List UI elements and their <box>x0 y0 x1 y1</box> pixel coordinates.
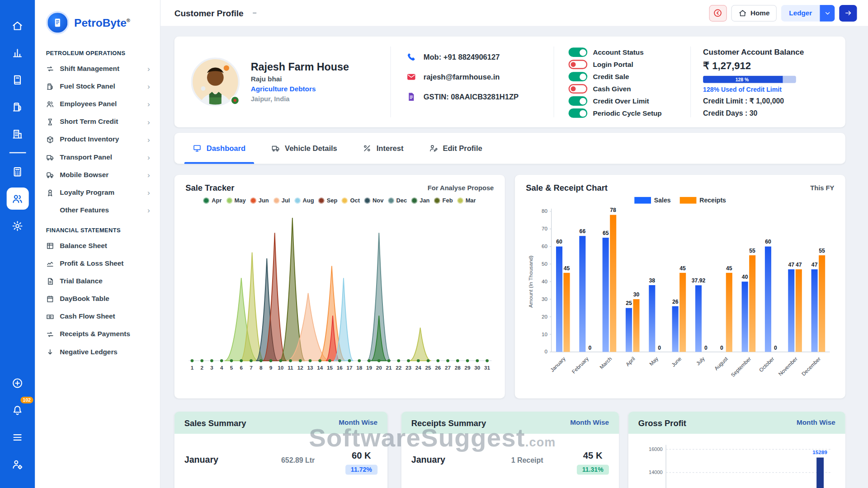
sidebar-item-receipts-payments[interactable]: Receipts & Payments <box>35 325 160 343</box>
toggle-row-account-status: Account Status <box>569 47 690 57</box>
home-button[interactable]: Home <box>731 5 777 21</box>
chevron-right-icon: › <box>147 100 150 108</box>
rail-analytics-icon[interactable] <box>6 42 28 64</box>
ledger-split-button[interactable]: Ledger <box>781 5 835 21</box>
receipts-summary-percent-badge: 11.31% <box>576 465 609 475</box>
rail-bell-icon[interactable]: 102 <box>6 399 28 421</box>
tab-label: Interest <box>377 144 404 152</box>
svg-text:January: January <box>549 356 566 373</box>
toggle-row-periodic-cycle-setup: Periodic Cycle Setup <box>569 108 690 118</box>
back-button[interactable] <box>709 5 726 21</box>
ledger-button[interactable]: Ledger <box>781 5 820 21</box>
chevron-right-icon: › <box>147 136 150 143</box>
rail-customers-icon[interactable] <box>6 188 28 210</box>
chevron-right-icon: › <box>147 65 150 72</box>
contact-text: GSTIN: 08AAICB3281H1ZP <box>424 93 519 101</box>
svg-text:February: February <box>571 356 590 375</box>
sidebar-item-cash-flow-sheet[interactable]: Cash Flow Sheet <box>35 308 160 325</box>
toggle-login-portal[interactable] <box>569 60 588 69</box>
sidebar-item-label: Short Term Credit <box>60 118 118 126</box>
rail-home-icon[interactable] <box>6 14 28 37</box>
svg-text:17: 17 <box>347 365 353 371</box>
tab-edit-profile[interactable]: Edit Profile <box>420 133 491 164</box>
sidebar-item-other-features[interactable]: Other Features› <box>35 202 160 219</box>
svg-text:8: 8 <box>259 365 263 371</box>
rail-ledger-book-icon[interactable] <box>6 69 28 91</box>
svg-text:47: 47 <box>796 262 802 268</box>
legend-dot <box>411 197 417 203</box>
home-icon <box>12 19 24 31</box>
tab-dashboard[interactable]: Dashboard <box>184 133 254 164</box>
svg-text:50: 50 <box>542 261 547 267</box>
svg-text:45: 45 <box>564 265 570 272</box>
sale-tracker-card: Sale Tracker For Analyse Propose AprMayJ… <box>175 175 505 399</box>
legend-dot <box>250 197 256 203</box>
svg-text:0: 0 <box>545 348 548 354</box>
brand-label: PetroByte <box>74 16 127 28</box>
tab-vehicle-details[interactable]: Vehicle Details <box>263 133 345 164</box>
customer-group-link[interactable]: Agriculture Debtors <box>251 85 349 93</box>
rail-fuel-pump-icon[interactable] <box>6 96 28 118</box>
balance-amount: ₹ 1,27,912 <box>703 60 845 72</box>
rail-calculator-icon[interactable] <box>6 160 28 183</box>
rail-menu-list-icon[interactable] <box>6 426 28 448</box>
legend-item-sep: Sep <box>318 197 337 204</box>
svg-text:10: 10 <box>542 331 547 337</box>
ledger-dropdown-button[interactable] <box>820 5 835 21</box>
sidebar-section-title: FINANCIAL STATEMENTS <box>35 219 160 237</box>
tab-interest[interactable]: Interest <box>354 133 412 164</box>
menu-list-icon <box>12 431 24 443</box>
toggle-cash-given[interactable] <box>569 84 588 94</box>
svg-text:15: 15 <box>327 365 333 371</box>
rail-building-icon[interactable] <box>6 123 28 145</box>
sidebar-item-label: Mobile Bowser <box>60 171 108 178</box>
sidebar-item-negative-ledgers[interactable]: Negative Ledgers <box>35 343 160 361</box>
toggle-credit-sale[interactable] <box>569 72 588 81</box>
rail-mid-group <box>6 160 28 242</box>
sidebar-item-balance-sheet[interactable]: Balance Sheet <box>35 237 160 254</box>
svg-text:15289: 15289 <box>812 449 827 455</box>
sidebar-item-product-inventory[interactable]: Product Inventory› <box>35 131 160 148</box>
receipts-summary-body: January 1 Receipt 45 K 11.31% <box>401 434 619 475</box>
receipts-summary-title: Receipts Summary <box>411 418 486 427</box>
toggle-account-status[interactable] <box>569 47 588 57</box>
sidebar-item-profit-loss-sheet[interactable]: Profit & Loss Sheet <box>35 254 160 272</box>
rail-top-group <box>6 14 28 150</box>
sidebar-item-trial-balance[interactable]: Trial Balance <box>35 272 160 290</box>
toggle-label: Account Status <box>593 48 643 56</box>
rail-plus-circle-icon[interactable] <box>6 372 28 394</box>
svg-text:27: 27 <box>445 365 451 371</box>
icon-spacer <box>46 206 54 214</box>
balance-title: Customer Account Balance <box>703 47 845 56</box>
sidebar-item-short-term-credit[interactable]: Short Term Credit› <box>35 113 160 131</box>
forward-button[interactable] <box>839 5 857 21</box>
svg-text:9: 9 <box>269 365 273 371</box>
svg-text:40: 40 <box>542 278 547 284</box>
toggle-periodic-cycle-setup[interactable] <box>569 108 588 118</box>
sale-tracker-title: Sale Tracker <box>185 183 234 192</box>
sidebar-item-transport-panel[interactable]: Transport Panel› <box>35 148 160 166</box>
trial-balance-icon <box>46 277 54 285</box>
brand-name: PetroByte® <box>74 16 130 29</box>
sidebar-item-loyalty-program[interactable]: Loyalty Program› <box>35 184 160 202</box>
rail-settings-icon[interactable] <box>6 215 28 237</box>
sidebar-item-daybook-table[interactable]: DayBook Table <box>35 290 160 308</box>
sidebar-item-mobile-bowser[interactable]: Mobile Bowser› <box>35 166 160 183</box>
sidebar-item-label: DayBook Table <box>60 295 109 303</box>
sidebar-item-employees-panel[interactable]: Employees Panel› <box>35 95 160 113</box>
legend-swatch <box>634 197 651 204</box>
rail-user-settings-icon[interactable] <box>6 453 28 475</box>
svg-text:Amount (In Thousand): Amount (In Thousand) <box>528 255 533 308</box>
sales-summary-body: January 652.89 Ltr 60 K 11.72% <box>175 434 387 475</box>
vehicle-icon <box>271 144 280 153</box>
receipts-summary-tag: Month Wise <box>570 419 609 427</box>
legend-item-may: May <box>226 197 245 204</box>
toggle-credit-over-limit[interactable] <box>569 96 588 106</box>
toggle-label: Periodic Cycle Setup <box>593 109 661 117</box>
sidebar-item-shift-management[interactable]: Shift Management› <box>35 60 160 77</box>
registered-mark: ® <box>127 18 130 23</box>
svg-text:November: November <box>777 356 798 377</box>
collapse-dash-icon[interactable] <box>251 9 259 17</box>
sidebar-item-fuel-stock-panel[interactable]: Fuel Stock Panel› <box>35 77 160 95</box>
svg-text:45: 45 <box>679 265 686 272</box>
